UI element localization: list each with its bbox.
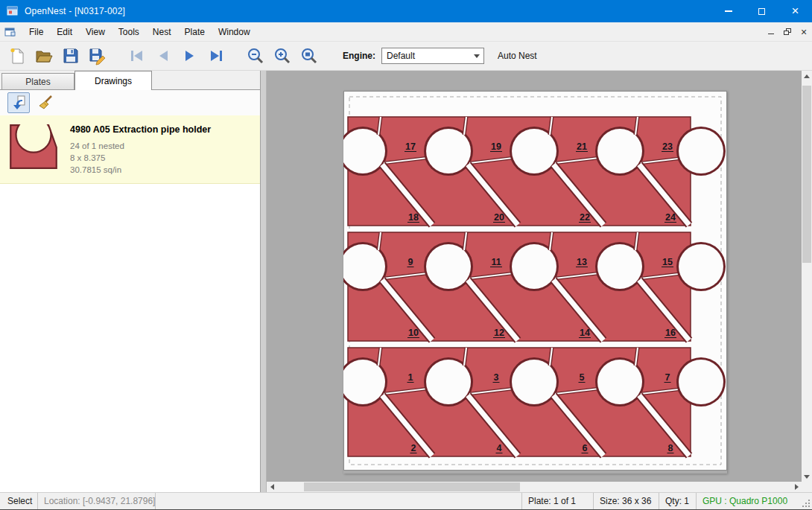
content-area: Plates Drawings (0, 71, 812, 492)
app-window: OpenNest - [N0317-002] × File Edit View … (0, 0, 812, 510)
drawing-list-item[interactable]: 4980 A05 Extraction pipe holder 24 of 1 … (0, 115, 260, 184)
scrollbar-corner (802, 482, 812, 492)
vertical-scrollbar[interactable] (802, 71, 812, 492)
menu-item-view[interactable]: View (79, 23, 112, 41)
open-folder-icon (34, 46, 54, 66)
menu-item-nest[interactable]: Nest (146, 23, 178, 41)
save-icon (61, 46, 80, 66)
last-arrow-icon (207, 46, 226, 66)
menu-item-plate[interactable]: Plate (178, 23, 212, 41)
status-plate: Plate: 1 of 1 (521, 493, 593, 509)
save-edit-button[interactable] (85, 43, 110, 68)
plate[interactable]: 171819202122232491011121314151612345678 (343, 91, 727, 474)
panel-tabstrip: Plates Drawings (0, 71, 260, 90)
part-label[interactable]: 23 (662, 141, 673, 152)
part-label[interactable]: 6 (583, 443, 588, 453)
chevron-down-icon (474, 54, 480, 58)
part-label[interactable]: 15 (662, 257, 673, 267)
part-label[interactable]: 5 (580, 372, 585, 383)
part-label[interactable]: 2 (411, 443, 416, 453)
save-edit-icon (88, 46, 107, 66)
close-button[interactable]: × (778, 0, 812, 22)
zoom-in-icon (273, 46, 292, 66)
clear-nest-button[interactable] (34, 92, 57, 113)
part-label[interactable]: 4 (497, 443, 502, 453)
last-plate-button[interactable] (204, 43, 229, 68)
resize-grip-icon (802, 500, 811, 508)
auto-nest-button[interactable]: Auto Nest (498, 51, 537, 61)
part-label[interactable]: 13 (577, 257, 587, 267)
previous-plate-button[interactable] (150, 43, 176, 68)
next-plate-button[interactable] (177, 43, 203, 68)
menu-item-edit[interactable]: Edit (50, 23, 79, 41)
part-label[interactable]: 12 (494, 328, 504, 338)
part-label[interactable]: 20 (494, 212, 504, 223)
part-label[interactable]: 18 (408, 212, 419, 223)
part-label[interactable]: 9 (408, 257, 413, 267)
vertical-scroll-thumb[interactable] (802, 86, 811, 263)
scroll-up-arrow[interactable] (802, 71, 812, 81)
horizontal-scrollbar[interactable] (267, 482, 802, 492)
panel-toolbar (0, 90, 260, 115)
minimize-button[interactable] (711, 0, 745, 22)
drawing-title: 4980 A05 Extraction pipe holder (70, 124, 211, 135)
part-label[interactable]: 19 (491, 141, 501, 152)
menu-item-window[interactable]: Window (212, 23, 257, 41)
part-label[interactable]: 21 (577, 141, 587, 152)
import-drawing-button[interactable] (7, 92, 30, 113)
drawing-nested-count: 24 of 1 nested (70, 140, 211, 152)
mdi-minimize-button[interactable] (763, 25, 779, 39)
status-size: Size: 36 x 36 (593, 493, 659, 509)
drawing-list: 4980 A05 Extraction pipe holder 24 of 1 … (0, 115, 260, 492)
nest-canvas[interactable]: 171819202122232491011121314151612345678 (267, 71, 802, 492)
document-icon (4, 26, 16, 38)
menu-item-file[interactable]: File (22, 23, 50, 41)
first-plate-button[interactable] (124, 43, 149, 68)
first-arrow-icon (127, 46, 146, 66)
drawing-dimensions: 8 x 8.375 (70, 152, 211, 164)
zoom-in-button[interactable] (270, 43, 295, 68)
part-label[interactable]: 22 (580, 212, 590, 223)
zoom-extents-icon (299, 46, 319, 66)
mdi-close-icon: × (801, 27, 807, 37)
tab-drawings[interactable]: Drawings (74, 71, 152, 90)
broom-icon (37, 94, 54, 112)
new-button[interactable] (4, 43, 30, 68)
tab-plates[interactable]: Plates (1, 73, 74, 89)
status-spacer (155, 493, 521, 509)
part-label[interactable]: 10 (408, 328, 419, 338)
panel-splitter[interactable] (261, 71, 267, 492)
part-thumbnail (9, 123, 58, 170)
scroll-left-arrow[interactable] (267, 482, 277, 492)
part-label[interactable]: 24 (665, 212, 676, 223)
part-label[interactable]: 11 (491, 257, 501, 267)
menu-item-tools[interactable]: Tools (112, 23, 146, 41)
app-icon (7, 5, 19, 17)
horizontal-scroll-thumb[interactable] (304, 482, 520, 491)
scroll-down-arrow[interactable] (802, 471, 812, 482)
part-label[interactable]: 14 (580, 328, 590, 338)
resize-grip[interactable] (800, 493, 812, 509)
save-button[interactable] (58, 43, 83, 68)
maximize-icon (758, 8, 765, 15)
zoom-extents-button[interactable] (296, 43, 322, 68)
engine-value: Default (387, 51, 415, 61)
next-arrow-icon (180, 46, 200, 66)
maximize-button[interactable] (745, 0, 778, 22)
part-label[interactable]: 1 (408, 372, 413, 383)
close-icon: × (792, 4, 799, 17)
drawing-meta: 4980 A05 Extraction pipe holder 24 of 1 … (70, 121, 211, 176)
open-button[interactable] (31, 43, 57, 68)
mdi-restore-button[interactable] (779, 25, 796, 39)
scroll-right-arrow[interactable] (791, 482, 802, 492)
part-label[interactable]: 8 (668, 443, 673, 453)
part-label[interactable]: 16 (665, 328, 676, 338)
zoom-out-button[interactable] (243, 43, 268, 68)
plate-svg[interactable]: 171819202122232491011121314151612345678 (343, 91, 727, 471)
mdi-close-button[interactable]: × (796, 25, 812, 39)
part-label[interactable]: 17 (405, 141, 416, 152)
part-label[interactable]: 7 (665, 372, 670, 383)
part-label[interactable]: 3 (494, 372, 499, 383)
engine-label: Engine: (343, 51, 375, 61)
engine-select[interactable]: Default (381, 48, 484, 64)
